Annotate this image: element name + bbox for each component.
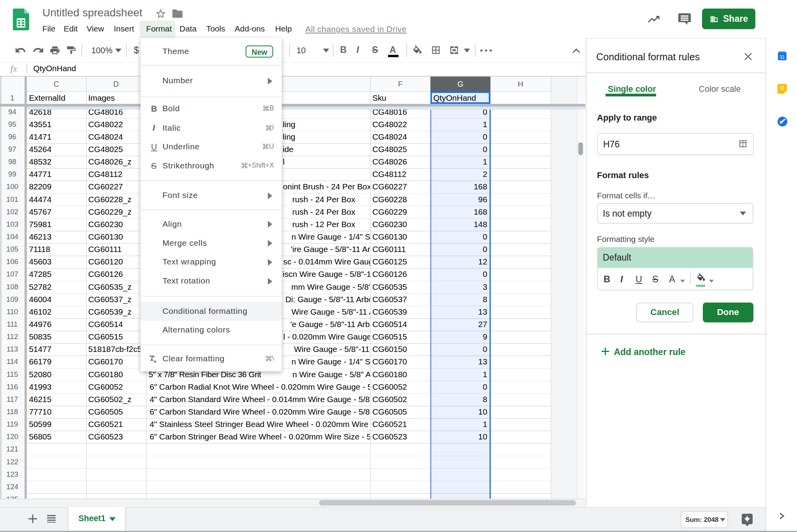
svg-text:31: 31 [779,54,785,60]
